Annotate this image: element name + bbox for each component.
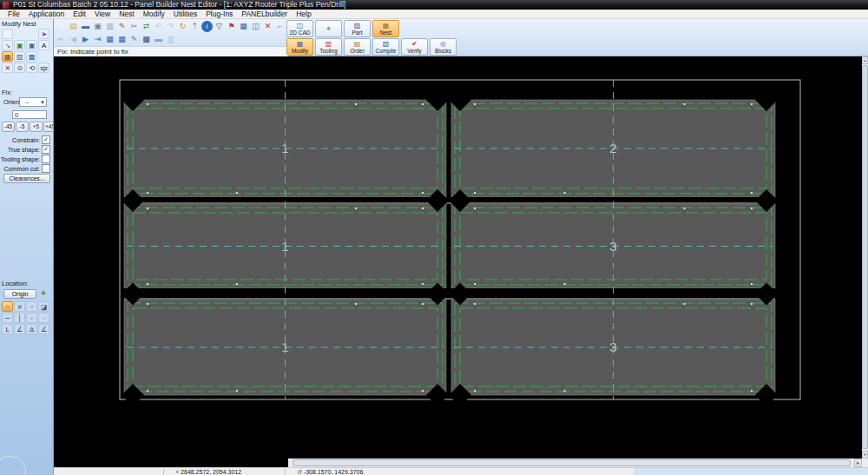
dark-grid-icon[interactable]: ▩ [141, 34, 152, 45]
ribbon-tooling-button[interactable]: ▥Tooling [315, 38, 342, 56]
print-preview-icon[interactable]: ▥ [104, 21, 115, 32]
scroll-down-icon[interactable]: ▼ [862, 451, 868, 459]
menu-item-help[interactable]: Help [292, 10, 315, 19]
split-vertical-icon[interactable]: ▯ [165, 34, 176, 45]
undo-icon[interactable]: ↶ [153, 21, 164, 32]
ribbon-compile-button[interactable]: ▧Compile [372, 38, 399, 56]
add-part-tool[interactable]: ▣ [14, 40, 25, 50]
first-icon[interactable]: ⇤ [56, 34, 67, 45]
menu-item-nest[interactable]: Nest [115, 10, 138, 19]
next-icon[interactable]: ▶ [80, 34, 91, 45]
snap-grid-2-tool[interactable]: # [26, 301, 37, 312]
save-icon[interactable]: ▬ [80, 21, 91, 32]
vertical-scrollbar[interactable]: ▲ ▼ [862, 56, 868, 459]
angle-measure-tool[interactable]: ∠ [38, 324, 49, 334]
snap-grid-tool[interactable]: # [14, 301, 25, 312]
orient-dropdown[interactable]: → ▼ [19, 97, 47, 107]
filter-icon[interactable]: ▽ [214, 21, 225, 32]
snap-endpoint-tool[interactable]: ∩ [2, 301, 13, 312]
ribbon-part-button[interactable]: ▨Part [344, 20, 371, 37]
horizontal-scrollbar[interactable]: ► [54, 459, 868, 467]
move-part-tool[interactable]: ↘ [2, 40, 13, 50]
triangle-tool[interactable]: Δ [26, 324, 37, 334]
menu-item-panelbuilder[interactable]: PANELbuilder [237, 10, 292, 19]
cut-icon[interactable]: ✂ [128, 21, 140, 32]
true-shape-checkbox[interactable]: ✓ [42, 145, 50, 154]
ribbon-nest-button[interactable]: ▦Nest [372, 20, 399, 37]
menu-item-utilities[interactable]: Utilities [169, 10, 201, 19]
lasso-tool[interactable]: ⊙ [14, 63, 25, 73]
angle-button-plus45[interactable]: +45 [43, 122, 54, 132]
new-icon[interactable]: ▯ [56, 21, 67, 32]
drill-dot [147, 303, 148, 305]
tooling-shape-checkbox[interactable] [42, 155, 50, 163]
text-tool[interactable]: A [38, 40, 49, 50]
tile-windows-icon[interactable]: ◫ [250, 21, 261, 32]
ribbon-blocks-button[interactable]: ◎Blocks [430, 38, 457, 56]
ribbon-2d-cad-button[interactable]: ◫2D CAD [286, 20, 313, 37]
true-shape-checkbox-label: True shape: [8, 147, 40, 153]
clearances-button[interactable]: Clearances... [3, 174, 50, 183]
ribbon-verify-button[interactable]: ✔Verify [401, 38, 428, 56]
fix-tool[interactable]: ▦ [2, 51, 13, 62]
align-horizontal-tool[interactable]: ─ [2, 313, 13, 323]
last-icon[interactable]: ⇥ [92, 34, 103, 45]
step-repeat-tool[interactable]: ▩ [26, 51, 37, 62]
ribbon-tree-button[interactable]: ♠ [315, 20, 342, 37]
angle-input[interactable]: 0 [12, 110, 47, 119]
grid-icon[interactable]: ▦ [238, 21, 249, 32]
swap-icon[interactable]: ⇄ [141, 21, 152, 32]
menu-item-view[interactable]: View [90, 10, 115, 19]
pointer-tool[interactable]: ➤ [38, 29, 49, 39]
key-icon[interactable]: ⌐ [274, 21, 286, 32]
origin-button[interactable]: Origin [3, 289, 36, 299]
size-tool[interactable]: s|z [38, 63, 49, 73]
previous-icon[interactable]: ◀ [68, 34, 79, 45]
part-properties-tool[interactable]: ▣ [26, 40, 37, 50]
edge-right-tool[interactable]: ¬ [38, 313, 49, 323]
flag-icon[interactable]: ⚑ [226, 21, 237, 32]
horizontal-scroll-track[interactable]: ► [288, 459, 862, 467]
menu-item-file[interactable]: File [3, 10, 24, 19]
rotate-tool[interactable]: ⟲ [26, 63, 37, 73]
scroll-up-icon[interactable]: ▲ [862, 56, 868, 64]
remove-user-icon[interactable]: ✕ [262, 21, 273, 32]
split-horizontal-icon[interactable]: ▬ [153, 34, 164, 45]
corner-tool[interactable]: L [2, 324, 13, 334]
menu-item-application[interactable]: Application [24, 10, 69, 19]
constrain-checkbox[interactable]: ✓ [42, 135, 50, 144]
delete-tool[interactable]: ✕ [2, 63, 13, 73]
scroll-right-icon[interactable]: ► [854, 459, 862, 467]
common-cut-checkbox[interactable] [42, 164, 50, 173]
title-bar[interactable]: P01 St Columbas Batch 2 05.10.12 - Panel… [0, 0, 868, 10]
angle-tool[interactable]: ∠ [14, 324, 25, 334]
ribbon-modify-button[interactable]: ▦Modify [286, 38, 313, 56]
angle-button-minus5[interactable]: -5 [16, 122, 29, 132]
refresh-icon[interactable]: ↻ [177, 21, 188, 32]
horizontal-scroll-thumb[interactable] [293, 459, 851, 466]
angle-button-plus5[interactable]: +5 [30, 122, 43, 132]
sheet-grid-icon[interactable]: ▦ [104, 34, 115, 45]
info-icon[interactable]: i [201, 21, 213, 32]
menu-item-modify[interactable]: Modify [139, 10, 169, 19]
menu-item-plug-ins[interactable]: Plug-Ins [201, 10, 237, 19]
ribbon-order-button[interactable]: ▤Order [344, 38, 371, 56]
edit-icon[interactable]: ✎ [116, 21, 128, 32]
drill-dot [751, 192, 753, 194]
nest-canvas[interactable]: 111233 [54, 56, 862, 459]
redo-icon[interactable]: ↷ [165, 21, 176, 32]
select-tool[interactable]: ▢ [2, 29, 13, 39]
align-vertical-tool[interactable]: │ [14, 313, 25, 323]
array-tool[interactable]: ▨ [14, 51, 25, 62]
edge-left-tool[interactable]: ⌐ [26, 313, 37, 323]
menu-item-edit[interactable]: Edit [69, 10, 90, 19]
sheet-grid-2-icon[interactable]: ▦ [116, 34, 128, 45]
angle-button-minus45[interactable]: -45 [2, 122, 15, 132]
vertical-scroll-thumb[interactable] [862, 65, 868, 449]
snap-corner-tool[interactable]: ◪ [38, 301, 49, 312]
edit-sheet-icon[interactable]: ✎ [128, 34, 140, 45]
print-icon[interactable]: ▣ [92, 21, 103, 32]
add-location-icon[interactable]: + [41, 288, 46, 298]
send-icon[interactable]: ⇡ [189, 21, 201, 32]
open-icon[interactable]: ▤ [68, 21, 79, 32]
